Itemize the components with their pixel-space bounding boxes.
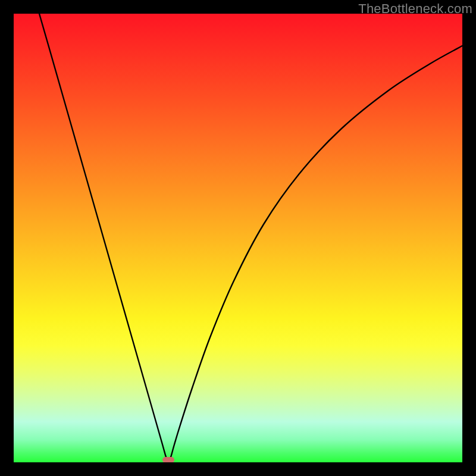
minimum-marker xyxy=(162,457,174,462)
bottleneck-curve xyxy=(14,14,462,462)
watermark-text: TheBottleneck.com xyxy=(358,1,472,17)
chart-plot-area xyxy=(14,14,462,462)
curve-path xyxy=(39,14,462,462)
